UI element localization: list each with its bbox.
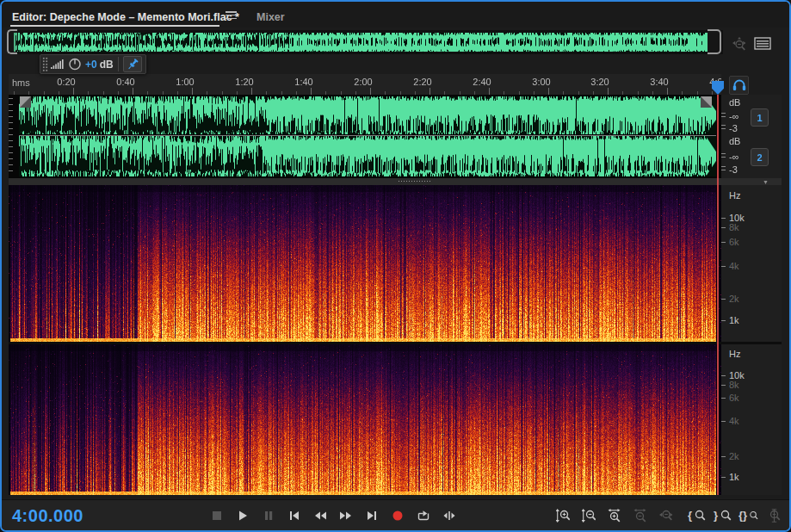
fast-forward-button[interactable] (336, 507, 356, 524)
zoom-out-vertical-button[interactable] (578, 507, 599, 524)
zoom-out-horizontal-button[interactable] (630, 507, 651, 524)
scale-tickmark (721, 170, 726, 170)
hz-tick-label: 4k (729, 261, 739, 271)
ruler-tick-label: 1:00 (166, 77, 204, 87)
ruler-tick-label: 2:40 (463, 77, 501, 87)
db-tick-label: -3 (729, 123, 738, 133)
pin-icon (126, 58, 139, 71)
gain-readout[interactable]: +0dB (85, 59, 114, 71)
hz-tick-label: 8k (729, 222, 739, 232)
zoom-out-full-button[interactable] (656, 507, 677, 524)
hz-tick-label: 6k (729, 237, 739, 247)
hud-drag-grip[interactable] (42, 57, 48, 71)
tab-editor[interactable]: Editor: Depeche Mode – Memento Mori.flac… (12, 9, 239, 24)
fade-in-handle[interactable] (20, 96, 31, 108)
scale-tickmark (721, 113, 726, 114)
scale-tickmark (721, 125, 726, 126)
overview-left-handle[interactable] (7, 29, 17, 54)
scale-tickmark (721, 398, 726, 399)
zoom-to-selection-button[interactable]: {} (738, 507, 759, 524)
ruler-tickmark (192, 88, 193, 95)
monitor-headphones-button[interactable] (729, 76, 749, 95)
hz-unit-label: Hz (729, 349, 740, 359)
timeline-ruler[interactable]: hms 0:200:401:001:201:402:002:202:403:00… (9, 74, 721, 95)
ruler-tick-label: 3:00 (522, 77, 560, 87)
zoom-in-horizontal-button[interactable] (604, 507, 625, 524)
transport-bar: 4:00.000 {}{} (2, 499, 789, 530)
fade-out-handle[interactable] (701, 96, 712, 108)
level-bars-icon (51, 59, 65, 70)
spectrogram-left-channel[interactable] (9, 185, 721, 342)
gain-knob-icon[interactable] (68, 57, 82, 71)
splitter-grip[interactable] (398, 180, 432, 183)
spectrogram-hz-scale-1: Hz10k8k6k4k2k1k (721, 185, 782, 342)
scale-tickmark (721, 166, 726, 167)
pause-button[interactable] (258, 507, 279, 524)
scale-tickmark (721, 456, 726, 457)
zoom-to-out-point-button[interactable]: } (713, 507, 733, 524)
scale-tickmark (721, 266, 726, 267)
spectrogram-right-channel[interactable] (9, 344, 721, 495)
gain-value: +0 (85, 59, 97, 71)
gain-hud: +0dB (40, 54, 146, 74)
hz-tick-label: 2k (729, 451, 739, 461)
overview-right-handle[interactable] (708, 29, 721, 54)
skip-selection-button[interactable] (439, 507, 460, 524)
overview-waveform[interactable] (9, 30, 723, 54)
rewind-button[interactable] (310, 507, 331, 524)
skip-to-start-button[interactable] (284, 507, 305, 524)
scale-tickmark (721, 320, 726, 321)
panel-menu-icon[interactable] (226, 9, 237, 21)
record-button[interactable] (387, 507, 408, 524)
hz-unit-label: Hz (729, 190, 740, 201)
ruler-tick-label: 2:20 (404, 77, 442, 87)
hz-tick-label: 8k (729, 380, 739, 390)
panel-splitter[interactable]: ▼ (9, 178, 782, 185)
headphones-icon (731, 76, 748, 96)
brace-glyph: } (714, 509, 718, 522)
hz-tick-label: 1k (729, 472, 739, 482)
panel-list-icon[interactable] (752, 35, 773, 51)
scale-tickmark (721, 153, 726, 154)
collapse-arrow-icon[interactable]: ▼ (763, 179, 769, 185)
ruler-tickmark (667, 88, 668, 95)
editor-tab-label: Editor: Depeche Mode – Memento Mori.flac… (12, 11, 239, 23)
reset-vertical-zoom-button[interactable] (764, 507, 785, 524)
stop-button[interactable] (207, 507, 227, 524)
ruler-tickmark (489, 88, 490, 95)
playhead-line (717, 95, 719, 495)
zoom-to-in-point-button[interactable]: { (687, 507, 708, 524)
ruler-tickmark (548, 88, 549, 95)
ruler-tickmark (429, 88, 430, 95)
scale-tickmark (721, 242, 726, 243)
channel-button-1[interactable]: 1 (751, 108, 769, 127)
db-unit-label: dB (729, 97, 740, 108)
db-tick-label: -∞ (729, 111, 739, 121)
mixer-tab-label: Mixer (256, 11, 285, 23)
skip-to-end-button[interactable] (362, 507, 382, 524)
scale-tickmark (721, 116, 726, 117)
scale-tickmark (721, 157, 726, 158)
hz-tick-label: 1k (729, 315, 739, 325)
ruler-tick-label: 3:40 (640, 77, 678, 87)
ruler-tick-label: 0:20 (47, 77, 85, 87)
pin-hud-button[interactable] (123, 56, 142, 72)
brace-glyph: {} (738, 509, 747, 522)
tab-mixer[interactable]: Mixer (256, 9, 285, 24)
zoom-in-vertical-button[interactable] (553, 507, 573, 524)
loop-playback-button[interactable] (413, 507, 434, 524)
scale-tickmark (721, 375, 726, 376)
ruler-tick-label: 1:20 (226, 77, 263, 87)
zoom-navigate-icon[interactable] (729, 35, 750, 54)
time-display[interactable]: 4:00.000 (12, 506, 83, 526)
scale-tickmark (721, 477, 726, 478)
db-unit-label: dB (729, 136, 740, 146)
scale-tickmark (721, 128, 726, 129)
brace-glyph: { (688, 509, 692, 522)
play-button[interactable] (232, 507, 253, 524)
waveform-display[interactable] (9, 95, 721, 178)
hud-separator (118, 57, 119, 71)
hz-tick-label: 2k (729, 294, 739, 304)
channel-button-2[interactable]: 2 (751, 148, 769, 166)
hz-tick-label: 4k (729, 416, 739, 426)
